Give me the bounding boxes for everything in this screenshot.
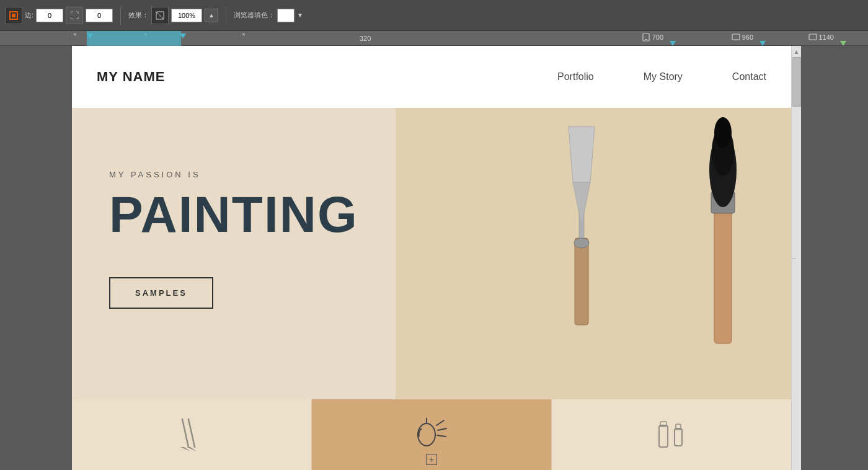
border-group: 边: ⛶ (5, 7, 113, 24)
svg-rect-1 (12, 14, 16, 17)
breakpoint-700[interactable]: 700 (642, 33, 663, 42)
samples-button[interactable]: SAMPLES (109, 277, 213, 309)
grid-icon-3 (650, 413, 693, 456)
preview-scrollbar[interactable]: ▲ ↔ (791, 46, 801, 470)
hero-title: PAINTING (109, 189, 358, 240)
grid-cell-3 (552, 399, 791, 470)
hero-illustration (396, 108, 791, 399)
svg-point-23 (418, 423, 435, 446)
svg-rect-5 (645, 39, 647, 40)
svg-line-25 (436, 420, 444, 425)
svg-rect-8 (809, 34, 817, 40)
svg-line-21 (182, 419, 188, 447)
site-nav: MY NAME Portfolio My Story Contact (72, 46, 791, 108)
nav-link-my-story[interactable]: My Story (644, 71, 683, 82)
border-label: 边: (25, 11, 33, 20)
position-input[interactable] (86, 9, 113, 22)
bp-triangle-960 (760, 31, 766, 46)
scrollbar-up-btn[interactable]: ▲ (792, 47, 801, 56)
nav-link-contact[interactable]: Contact (732, 71, 766, 82)
nav-link-portfolio[interactable]: Portfolio (557, 71, 594, 82)
svg-rect-6 (732, 34, 740, 40)
ruler-label-320: 320 (360, 35, 371, 42)
scrollbar-thumb[interactable] (792, 57, 801, 107)
svg-rect-11 (575, 238, 588, 325)
hero-subtitle: MY PASSION IS (109, 170, 358, 179)
svg-point-20 (714, 117, 732, 148)
border-icon[interactable] (5, 7, 22, 24)
nav-links: Portfolio My Story Contact (557, 71, 766, 82)
grid-icon-1 (173, 413, 210, 456)
svg-line-27 (437, 435, 446, 437)
hero-content: MY PASSION IS PAINTING SAMPLES (109, 170, 358, 309)
grid-cell-2[interactable]: + (312, 399, 552, 470)
border-input[interactable] (36, 9, 63, 22)
svg-rect-14 (714, 207, 732, 344)
grid-cell-1 (72, 399, 312, 470)
browser-color-picker[interactable] (277, 9, 294, 22)
resize-handle[interactable]: ↔ (790, 254, 797, 262)
browser-color-group: 浏览器填色： ▼ (234, 9, 303, 22)
nav-item-my-story[interactable]: My Story (644, 71, 683, 82)
breakpoints-ruler: × × × 320 700 960 1140 (0, 31, 868, 46)
effect-icon[interactable] (151, 7, 169, 24)
svg-line-22 (188, 419, 195, 447)
svg-line-26 (438, 428, 446, 430)
effect-group: 效果： ▲ (128, 7, 218, 24)
divider-1 (120, 6, 121, 25)
hero-section: MY PASSION IS PAINTING SAMPLES (72, 108, 791, 399)
grid-icon-2 (413, 413, 450, 456)
bp-triangle-1140 (840, 31, 846, 46)
svg-line-3 (156, 12, 164, 19)
svg-rect-28 (659, 425, 668, 447)
bp-triangle-700 (670, 31, 676, 46)
site-logo: MY NAME (97, 69, 166, 85)
svg-rect-4 (643, 33, 649, 41)
breakpoint-1140[interactable]: 1140 (808, 33, 834, 42)
breakpoint-close-1[interactable]: × (73, 31, 77, 38)
toolbar: 边: ⛶ 效果： ▲ 浏览器填色： ▼ (0, 0, 868, 31)
svg-rect-30 (675, 428, 682, 446)
canvas-area: MY NAME Portfolio My Story Contact (0, 46, 868, 470)
color-dropdown-arrow[interactable]: ▼ (297, 12, 303, 19)
svg-point-13 (574, 238, 589, 248)
fullscreen-icon[interactable]: ⛶ (66, 7, 83, 24)
svg-rect-7 (735, 40, 737, 40)
zoom-input[interactable] (171, 9, 202, 22)
breakpoint-range-1 (87, 31, 181, 46)
bottom-grid: + (72, 399, 791, 470)
add-icon-2[interactable]: + (426, 454, 437, 465)
divider-2 (226, 6, 226, 25)
website-preview: MY NAME Portfolio My Story Contact (72, 46, 791, 470)
breakpoint-960[interactable]: 960 (732, 33, 753, 42)
nav-item-portfolio[interactable]: Portfolio (557, 71, 594, 82)
breakpoint-close-3[interactable]: × (242, 31, 246, 38)
browser-color-label: 浏览器填色： (234, 11, 275, 20)
effect-label: 效果： (128, 11, 149, 20)
zoom-up-btn[interactable]: ▲ (205, 9, 218, 22)
nav-item-contact[interactable]: Contact (732, 71, 766, 82)
